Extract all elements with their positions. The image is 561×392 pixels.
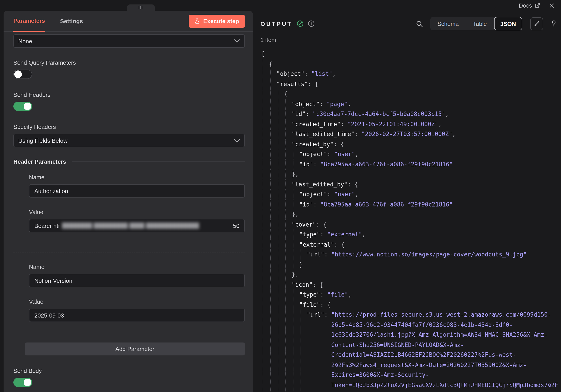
param-value-label: Value bbox=[29, 298, 245, 305]
drag-handle-bar bbox=[139, 6, 139, 9]
toggle-knob bbox=[24, 379, 31, 386]
header-parameter-item: Name Notion-Version Value 2025-09-03 bbox=[29, 263, 245, 322]
flask-icon bbox=[194, 18, 200, 24]
dashed-divider bbox=[13, 252, 245, 252]
output-items-count: 1 item bbox=[260, 37, 557, 43]
success-check-icon bbox=[297, 20, 304, 27]
close-icon bbox=[549, 2, 555, 8]
view-tab-table[interactable]: Table bbox=[466, 17, 494, 30]
panel-drag-handle[interactable] bbox=[127, 4, 155, 11]
header-parameters-section-title: Header Parameters bbox=[13, 158, 245, 165]
pencil-icon bbox=[534, 21, 540, 27]
redacted-secret: ████████ █████████ ████ ██████████████ bbox=[62, 223, 231, 229]
toggle-knob bbox=[14, 70, 22, 78]
param-value-input[interactable]: Bearer ntr ████████ █████████ ████ █████… bbox=[29, 219, 245, 232]
authentication-dropdown-value: None bbox=[18, 38, 32, 44]
param-value-label: Value bbox=[29, 209, 245, 215]
top-bar: Docs bbox=[519, 0, 561, 11]
param-name-input[interactable]: Authorization bbox=[29, 184, 245, 197]
execute-step-label: Execute step bbox=[203, 18, 239, 24]
pin-data-icon[interactable] bbox=[550, 20, 557, 27]
send-body-toggle[interactable] bbox=[13, 378, 32, 387]
send-body-label: Send Body bbox=[13, 368, 245, 374]
edit-output-button[interactable] bbox=[530, 17, 543, 30]
toggle-knob bbox=[24, 103, 31, 110]
param-name-label: Name bbox=[29, 174, 245, 181]
add-parameter-button[interactable]: Add Parameter bbox=[25, 342, 245, 355]
drag-handle-bar bbox=[143, 6, 143, 9]
send-headers-toggle[interactable] bbox=[13, 102, 32, 111]
chevron-down-icon bbox=[234, 139, 240, 142]
info-icon bbox=[308, 20, 315, 27]
view-tab-json[interactable]: JSON bbox=[494, 17, 522, 30]
json-output[interactable]: [{"object": "list","results": [{"object"… bbox=[261, 49, 557, 392]
output-view-switcher: Schema Table JSON bbox=[430, 17, 522, 30]
node-settings-panel: Parameters Settings Execute step None Se… bbox=[4, 11, 253, 392]
authentication-dropdown[interactable]: None bbox=[13, 34, 245, 48]
docs-link[interactable]: Docs bbox=[519, 2, 540, 9]
specify-headers-label: Specify Headers bbox=[13, 123, 245, 130]
specify-headers-dropdown[interactable]: Using Fields Below bbox=[13, 134, 245, 147]
execute-step-button[interactable]: Execute step bbox=[189, 14, 245, 27]
drag-handle-bar bbox=[141, 6, 141, 9]
output-header: OUTPUT Schema Table JSON bbox=[260, 17, 557, 30]
search-icon[interactable] bbox=[416, 20, 423, 27]
output-title: OUTPUT bbox=[260, 20, 292, 27]
external-link-icon bbox=[535, 3, 540, 8]
specify-headers-dropdown-value: Using Fields Below bbox=[18, 137, 68, 144]
left-panel-tab-bar: Parameters Settings Execute step bbox=[4, 11, 253, 32]
param-name-input[interactable]: Notion-Version bbox=[29, 274, 245, 287]
ndv-overlay: Docs Parameters Settings Execute step No… bbox=[0, 0, 561, 392]
close-button[interactable] bbox=[549, 2, 555, 8]
parameters-form: None Send Query Parameters Send Headers … bbox=[4, 32, 253, 392]
send-query-parameters-toggle[interactable] bbox=[13, 70, 32, 79]
chevron-down-icon bbox=[234, 39, 240, 43]
view-tab-schema[interactable]: Schema bbox=[430, 17, 466, 30]
output-panel: OUTPUT Schema Table JSON 1 item bbox=[253, 0, 561, 392]
tab-settings[interactable]: Settings bbox=[60, 11, 83, 31]
send-query-parameters-label: Send Query Parameters bbox=[13, 59, 245, 66]
param-value-input[interactable]: 2025-09-03 bbox=[29, 309, 245, 322]
tab-parameters[interactable]: Parameters bbox=[13, 11, 45, 32]
send-headers-label: Send Headers bbox=[13, 91, 245, 98]
docs-link-label: Docs bbox=[519, 2, 532, 9]
header-parameter-item: Name Authorization Value Bearer ntr ████… bbox=[29, 174, 245, 232]
param-name-label: Name bbox=[29, 263, 245, 270]
